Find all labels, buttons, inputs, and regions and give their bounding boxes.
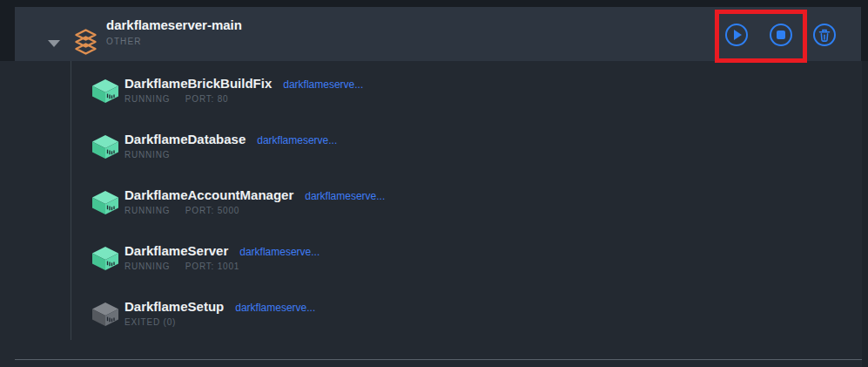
- container-status: RUNNING: [124, 206, 170, 215]
- stack-header: darkflameserver-main OTHER: [15, 7, 861, 61]
- container-row[interactable]: DarkflameAccountManager darkflameserve..…: [0, 180, 868, 235]
- stop-icon: [777, 31, 785, 39]
- container-status: RUNNING: [124, 94, 170, 104]
- container-box-icon: [92, 135, 118, 162]
- container-port: PORT: 80: [185, 94, 229, 104]
- container-row[interactable]: DarkflameSetup darkflameserve... EXITED …: [0, 291, 868, 347]
- container-box-icon: [92, 247, 118, 274]
- container-name: DarkflameAccountManager: [124, 187, 293, 203]
- container-box-icon: [92, 79, 118, 106]
- containers-panel: DarkflameBrickBuildFix darkflameserve...…: [0, 61, 868, 367]
- container-status: RUNNING: [124, 262, 170, 271]
- container-box-icon-exited: [92, 302, 118, 330]
- container-row[interactable]: DarkflameServer darkflameserve... RUNNIN…: [0, 235, 868, 291]
- container-port: PORT: 5000: [185, 206, 239, 215]
- container-row[interactable]: DarkflameDatabase darkflameserve... RUNN…: [0, 124, 868, 180]
- stack-subtitle: OTHER: [106, 37, 242, 46]
- container-link[interactable]: darkflameserve...: [235, 302, 315, 314]
- collapse-caret-icon[interactable]: [48, 40, 60, 47]
- container-link[interactable]: darkflameserve...: [305, 190, 385, 202]
- container-status: EXITED (0): [124, 317, 176, 327]
- container-status: RUNNING: [124, 150, 170, 160]
- container-name: DarkflameBrickBuildFix: [124, 76, 272, 92]
- bottom-divider: [15, 359, 862, 360]
- container-name: DarkflameDatabase: [124, 132, 246, 147]
- stack-title: darkflameserver-main: [106, 17, 242, 33]
- start-button[interactable]: [725, 24, 748, 46]
- stop-button[interactable]: [770, 24, 792, 46]
- stack-layers-icon: [74, 29, 98, 58]
- container-name: DarkflameSetup: [124, 299, 224, 315]
- container-link[interactable]: darkflameserve...: [257, 134, 337, 146]
- container-link[interactable]: darkflameserve...: [239, 246, 320, 258]
- container-row[interactable]: DarkflameBrickBuildFix darkflameserve...…: [0, 68, 868, 124]
- container-name: DarkflameServer: [124, 243, 228, 259]
- container-port: PORT: 1001: [185, 262, 239, 271]
- container-link[interactable]: darkflameserve...: [283, 78, 363, 91]
- delete-button[interactable]: [813, 24, 836, 46]
- play-icon: [734, 30, 742, 40]
- trash-icon: [818, 29, 831, 42]
- container-box-icon: [92, 191, 118, 218]
